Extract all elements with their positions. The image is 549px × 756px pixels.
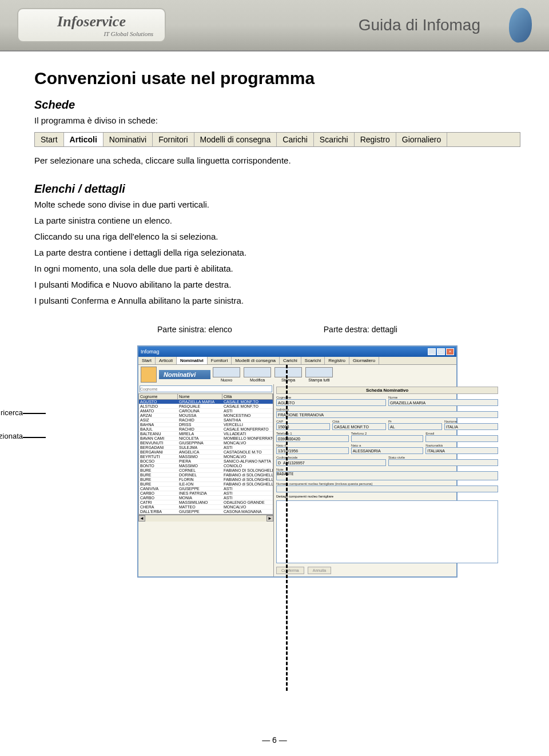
- minimize-button[interactable]: _: [428, 348, 436, 355]
- elenchi-l3: Cliccando su una riga dell'elenco la si …: [34, 230, 520, 244]
- table-row[interactable]: BAHNADRISSVERCELLI: [139, 423, 273, 427]
- scroll-left-icon[interactable]: ◄: [138, 515, 145, 522]
- table-row[interactable]: BUREILE-IONFABIANO di SOLONGHELLO: [139, 482, 273, 487]
- table-row[interactable]: BURECORNELFABIANO DI SOLONGHELLO: [139, 468, 273, 473]
- email-field[interactable]: [425, 435, 498, 442]
- tab[interactable]: Giornaliero: [396, 133, 447, 146]
- tab-active[interactable]: Articoli: [64, 133, 104, 146]
- annot-left: Parte sinistra: elenco: [157, 325, 232, 334]
- table-row[interactable]: ASIZRACHIDSANTHIA: [139, 418, 273, 423]
- nome-field[interactable]: [388, 399, 498, 406]
- natoa-field[interactable]: [351, 447, 424, 454]
- table-row[interactable]: DALL'ERBAGIUSEPPECASONA MAGNANA: [139, 510, 273, 514]
- section-header: Nominativi: [159, 370, 210, 379]
- nucleo-field[interactable]: [276, 486, 498, 492]
- table-row[interactable]: AGUSTOGRAZIELLA MARIACASALE MONF.TO: [139, 400, 273, 404]
- nazionalita-field[interactable]: [425, 447, 498, 454]
- app-tab[interactable]: Articoli: [156, 357, 177, 364]
- app-tab-active[interactable]: Nominativi: [177, 357, 208, 364]
- citta-field[interactable]: [332, 423, 386, 430]
- app-tab[interactable]: Modelli di consegna: [232, 357, 280, 364]
- elenchi-l4: La parte destra contiene i dettagli dell…: [34, 246, 520, 260]
- tab[interactable]: Nominativi: [104, 133, 153, 146]
- drop-icon: [509, 6, 532, 44]
- logo-main: Infoservice: [57, 13, 126, 30]
- table-row[interactable]: BALTEANUMIRELAVILLADEATI: [139, 432, 273, 436]
- modifica-button[interactable]: Modifica: [244, 367, 271, 382]
- annot-right: Parte destra: dettagli: [324, 325, 397, 334]
- conferma-button[interactable]: Conferma: [276, 567, 304, 574]
- app-tab[interactable]: Fornitori: [208, 357, 232, 364]
- search-input[interactable]: [140, 385, 272, 392]
- tab[interactable]: Registro: [355, 133, 396, 146]
- maximize-button[interactable]: □: [437, 348, 445, 355]
- print-icon: [274, 367, 302, 377]
- tel2-field[interactable]: [351, 435, 424, 442]
- nuovo-button[interactable]: Nuovo: [213, 367, 240, 382]
- left-pane: Cognome Nome Città AGUSTOGRAZIELLA MARIA…: [138, 384, 274, 576]
- note-field[interactable]: BADANTE: [276, 471, 498, 480]
- app-tab[interactable]: Giornaliero: [349, 357, 379, 364]
- table-row[interactable]: BUREDORINELFABIANO di SOLONGHELLO: [139, 473, 273, 478]
- label-campo: Campo di ricerca: [0, 408, 23, 417]
- app-tab[interactable]: Scarichi: [301, 357, 325, 364]
- table-row[interactable]: BEYRTUTIMASSIMOMONCALVO: [139, 455, 273, 459]
- schede-line2: Per selezionare una scheda, cliccare sul…: [34, 154, 520, 168]
- tabs-example: Start Articoli Nominativi Fornitori Mode…: [34, 132, 520, 147]
- table-row[interactable]: BERGADANISULEJMAASTI: [139, 445, 273, 450]
- pr-field[interactable]: [388, 423, 442, 430]
- stato-field[interactable]: [388, 459, 498, 466]
- col-nome[interactable]: Nome: [178, 394, 222, 399]
- tab[interactable]: Fornitori: [153, 133, 194, 146]
- stampa-tutti-button[interactable]: Stampa tutti: [305, 367, 333, 382]
- cf-field[interactable]: [276, 459, 386, 466]
- table-row[interactable]: ARZAIMOUSSAMONCESTINO: [139, 413, 273, 418]
- table-row[interactable]: BERGAVANIANGELICACASTAGNOLE M.TO: [139, 450, 273, 455]
- logo: Infoservice IT Global Solutions: [17, 8, 166, 42]
- table-row[interactable]: CATRIMASSIMILIANOODALENGO GRANDE: [139, 500, 273, 505]
- cognome-field[interactable]: [276, 399, 386, 406]
- logo-sub: IT Global Solutions: [104, 30, 153, 37]
- annulla-button[interactable]: Annulla: [308, 567, 331, 574]
- col-citta[interactable]: Città: [222, 394, 273, 399]
- h-scrollbar[interactable]: ◄ ►: [138, 515, 273, 522]
- tab[interactable]: Scarichi: [314, 133, 355, 146]
- table-row[interactable]: ALSTIZIOPASQUALECASALE MONF.TO: [139, 404, 273, 409]
- section-schede-heading: Schede: [34, 98, 520, 112]
- dettagli-box[interactable]: [276, 500, 498, 563]
- dettagli-label: Dettagli componenti nucleo famigliare: [276, 495, 333, 498]
- table-row[interactable]: BENVUNUTIGIUSEPPINAMONCALVO: [139, 441, 273, 445]
- table-row[interactable]: CHERAMATTEOMONCALVO: [139, 505, 273, 510]
- app-tab[interactable]: Start: [138, 357, 156, 364]
- doc-header: Infoservice IT Global Solutions Guida di…: [0, 0, 549, 51]
- print-all-icon: [305, 367, 333, 377]
- app-tabs: Start Articoli Nominativi Fornitori Mode…: [138, 357, 456, 365]
- table-row[interactable]: CARBOINES PATRIZIAASTI: [139, 491, 273, 496]
- table-row[interactable]: BAVAN CAMINICOLETAMOMBELLO MONFERRATO: [139, 436, 273, 441]
- tab[interactable]: Start: [35, 133, 64, 146]
- app-tab[interactable]: Carichi: [280, 357, 301, 364]
- stampa-button[interactable]: Stampa: [274, 367, 302, 382]
- app-tab[interactable]: Registro: [325, 357, 349, 364]
- tab[interactable]: Modelli di consegna: [194, 133, 277, 146]
- scroll-right-icon[interactable]: ►: [266, 515, 273, 522]
- section-elenchi-heading: Elenchi / dettagli: [34, 182, 520, 196]
- nazione-field[interactable]: [444, 423, 498, 430]
- close-button[interactable]: ×: [446, 348, 454, 355]
- table-row[interactable]: BUREFLORINFABIANO di SOLONGHELLO: [139, 478, 273, 482]
- table-row[interactable]: BOCSOPIERASANICO-ALFIANO NATTA: [139, 459, 273, 464]
- vertical-divider: [286, 365, 288, 691]
- table-header: Cognome Nome Città: [139, 394, 273, 400]
- col-cognome[interactable]: Cognome: [139, 394, 178, 399]
- elenchi-l7: I pulsanti Conferma e Annulla abilitano …: [34, 294, 520, 308]
- indirizzo-field[interactable]: [276, 411, 498, 418]
- table-row[interactable]: BAJULRACHIDCASALE MONFERRATO: [139, 427, 273, 432]
- cap-field[interactable]: [276, 423, 330, 430]
- pointer-line: [23, 413, 46, 414]
- elenchi-l6: I pulsanti Modifica e Nuovo abilitano la…: [34, 278, 520, 292]
- table-row[interactable]: CARBOMONIAASTI: [139, 496, 273, 500]
- tab[interactable]: Carichi: [277, 133, 314, 146]
- table-row[interactable]: BONTOMASSIMOCONIOLO: [139, 464, 273, 468]
- table-row[interactable]: AMATOCAROLINAASTI: [139, 409, 273, 413]
- table-row[interactable]: CANIVIVAGIUSEPPEASTI: [139, 487, 273, 491]
